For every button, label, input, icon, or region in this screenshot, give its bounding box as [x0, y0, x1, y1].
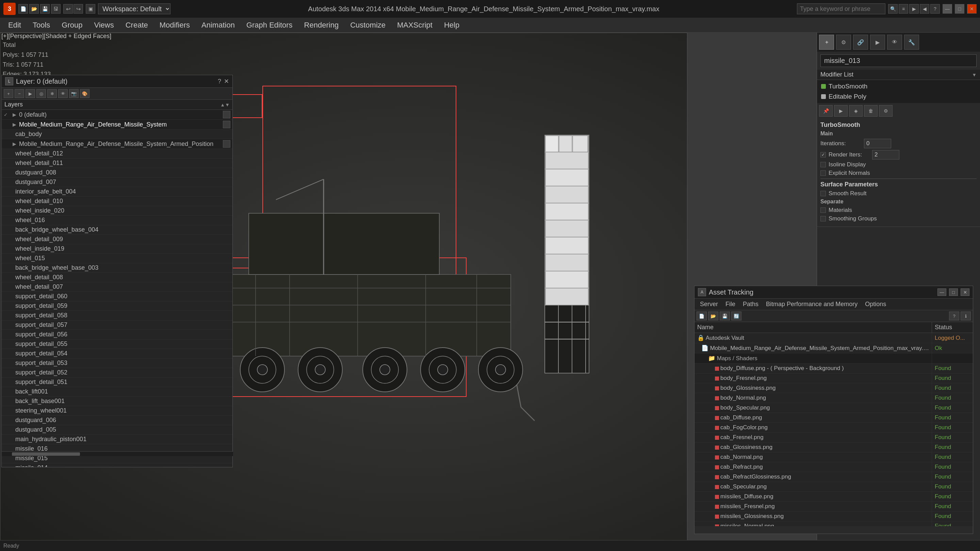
asset-row[interactable]: missiles_Fresnel.png Found — [695, 502, 973, 511]
configure-button[interactable]: ⚙ — [879, 105, 892, 117]
layer-item[interactable]: interior_safe_belt_004 — [2, 187, 232, 197]
asset-menu-file[interactable]: File — [722, 300, 739, 309]
smoothing-groups-checkbox[interactable] — [821, 216, 826, 221]
layer-item[interactable]: back_lift001 — [2, 387, 232, 397]
new-button[interactable]: 📄 — [18, 4, 28, 14]
layer-check[interactable]: ✓ — [4, 112, 10, 118]
asset-menu-paths[interactable]: Paths — [740, 300, 762, 309]
asset-row[interactable]: cab_Glossiness.png Found — [695, 443, 973, 453]
layer-color-button[interactable]: 🎨 — [80, 89, 89, 98]
layer-item[interactable]: missile_014 — [2, 463, 232, 467]
layer-item[interactable]: support_detail_057 — [2, 321, 232, 330]
asset-col-status-header[interactable]: Status — [932, 322, 973, 333]
layer-expand-icon[interactable]: ▶ — [13, 112, 16, 118]
asset-row-main-file[interactable]: 📄 Mobile_Medium_Range_Air_Defense_Missil… — [695, 343, 973, 353]
layer-item[interactable]: back_bridge_wheel_base_004 — [2, 225, 232, 235]
asset-row[interactable]: body_Fresnel.png Found — [695, 373, 973, 383]
layer-item[interactable]: wheel_detail_007 — [2, 282, 232, 292]
menu-item-rendering[interactable]: Rendering — [299, 18, 344, 32]
menu-item-help[interactable]: Help — [439, 18, 465, 32]
layer-add-sel-button[interactable]: ▶ — [25, 89, 35, 98]
menu-item-views[interactable]: Views — [89, 18, 119, 32]
menu-item-group[interactable]: Group — [56, 18, 88, 32]
asset-row[interactable]: body_Normal.png Found — [695, 393, 973, 403]
layer-item[interactable]: support_detail_051 — [2, 378, 232, 387]
layer-item[interactable]: ▶ Mobile_Medium_Range_Air_Defense_Missil… — [2, 120, 232, 130]
layer-box[interactable] — [223, 121, 231, 128]
asset-row[interactable]: cab_Refract.png Found — [695, 462, 973, 472]
layer-item[interactable]: ✓ ▶ 0 (default) — [2, 110, 232, 120]
tab-create[interactable]: ✦ — [819, 35, 834, 50]
asset-maximize-button[interactable]: □ — [949, 288, 958, 296]
layer-box[interactable] — [223, 140, 231, 148]
isoline-checkbox[interactable] — [821, 162, 826, 167]
menu-item-edit[interactable]: Edit — [3, 18, 27, 32]
asset-row-vault[interactable]: 🔒 Autodesk Vault Logged O... — [695, 333, 973, 343]
layer-box[interactable] — [223, 111, 231, 118]
asset-info-button[interactable]: ℹ — [961, 311, 971, 321]
asset-row[interactable]: cab_FogColor.png Found — [695, 423, 973, 433]
asset-menu-server[interactable]: Server — [697, 300, 721, 309]
layer-render-button[interactable]: 📷 — [69, 89, 79, 98]
make-unique-button[interactable]: ◈ — [849, 105, 862, 117]
layer-item[interactable]: dustguard_005 — [2, 425, 232, 435]
layers-close-button[interactable]: ✕ — [224, 78, 229, 85]
layer-item[interactable]: support_detail_054 — [2, 349, 232, 359]
layer-item[interactable]: back_lift_base001 — [2, 397, 232, 406]
undo-button[interactable]: ↩ — [63, 4, 73, 14]
modifier-name-field[interactable] — [821, 54, 977, 67]
pin-stack-button[interactable]: 📌 — [819, 105, 833, 117]
asset-row[interactable]: cab_Specular.png Found — [695, 482, 973, 492]
layer-item[interactable]: dustguard_007 — [2, 178, 232, 187]
menu-item-animation[interactable]: Animation — [196, 18, 240, 32]
layer-freeze-button[interactable]: ❄ — [47, 89, 57, 98]
modifier-item[interactable]: TurboSmooth — [818, 81, 978, 92]
layer-item[interactable]: main_hydraulic_piston001 — [2, 435, 232, 444]
redo-button[interactable]: ↪ — [73, 4, 83, 14]
asset-menu-bitmap[interactable]: Bitmap Performance and Memory — [762, 300, 861, 309]
render-iters-input[interactable] — [872, 150, 899, 159]
close-button[interactable]: ✕ — [967, 4, 977, 14]
menu-item-customize[interactable]: Customize — [345, 18, 391, 32]
asset-close-button[interactable]: ✕ — [961, 288, 969, 296]
asset-new-button[interactable]: 📄 — [697, 311, 707, 321]
explicit-normals-checkbox[interactable] — [821, 170, 826, 176]
iterations-input[interactable] — [864, 139, 891, 148]
asset-open-button[interactable]: 📂 — [708, 311, 718, 321]
modifier-list-arrow[interactable]: ▼ — [972, 72, 977, 78]
tab-hierarchy[interactable]: 🔗 — [853, 35, 868, 50]
asset-row[interactable]: body_Diffuse.png - ( Perspective - Backg… — [695, 364, 973, 373]
layer-item[interactable]: wheel_016 — [2, 216, 232, 225]
layer-item[interactable]: wheel_detail_009 — [2, 235, 232, 244]
layer-item[interactable]: wheel_inside_020 — [2, 206, 232, 216]
asset-row[interactable]: body_Glossiness.png Found — [695, 383, 973, 393]
layer-item[interactable]: steering_wheel001 — [2, 406, 232, 416]
layer-item[interactable]: dustguard_008 — [2, 168, 232, 178]
asset-menu-options[interactable]: Options — [862, 300, 889, 309]
asset-row[interactable]: body_Specular.png Found — [695, 403, 973, 413]
workspace-select[interactable]: Workspace: Default — [98, 3, 170, 14]
search-arrow-icon[interactable]: ▶ — [909, 4, 919, 14]
maximize-button[interactable]: □ — [955, 4, 964, 14]
layer-item[interactable]: support_detail_053 — [2, 359, 232, 368]
layer-item[interactable]: support_detail_058 — [2, 311, 232, 321]
show-end-result-button[interactable]: ▶ — [834, 105, 848, 117]
help-icon[interactable]: ? — [930, 4, 940, 14]
asset-save-button[interactable]: 💾 — [720, 311, 730, 321]
open-button[interactable]: 📂 — [29, 4, 39, 14]
tab-display[interactable]: 👁 — [887, 35, 902, 50]
tab-motion[interactable]: ▶ — [870, 35, 885, 50]
layer-item[interactable]: support_detail_055 — [2, 340, 232, 349]
layer-new-button[interactable]: + — [4, 89, 13, 98]
layers-help-button[interactable]: ? — [218, 78, 221, 85]
layer-item[interactable]: support_detail_052 — [2, 368, 232, 378]
layer-item[interactable]: cab_body — [2, 130, 232, 139]
menu-item-tools[interactable]: Tools — [27, 18, 56, 32]
asset-row[interactable]: cab_Fresnel.png Found — [695, 433, 973, 443]
layers-scrollbar[interactable] — [2, 451, 233, 456]
save-as-button[interactable]: 🖫 — [51, 4, 60, 14]
smooth-result-checkbox[interactable] — [821, 191, 826, 196]
asset-help-button[interactable]: ? — [949, 311, 959, 321]
menu-item-create[interactable]: Create — [120, 18, 153, 32]
tab-utilities[interactable]: 🔧 — [904, 35, 919, 50]
